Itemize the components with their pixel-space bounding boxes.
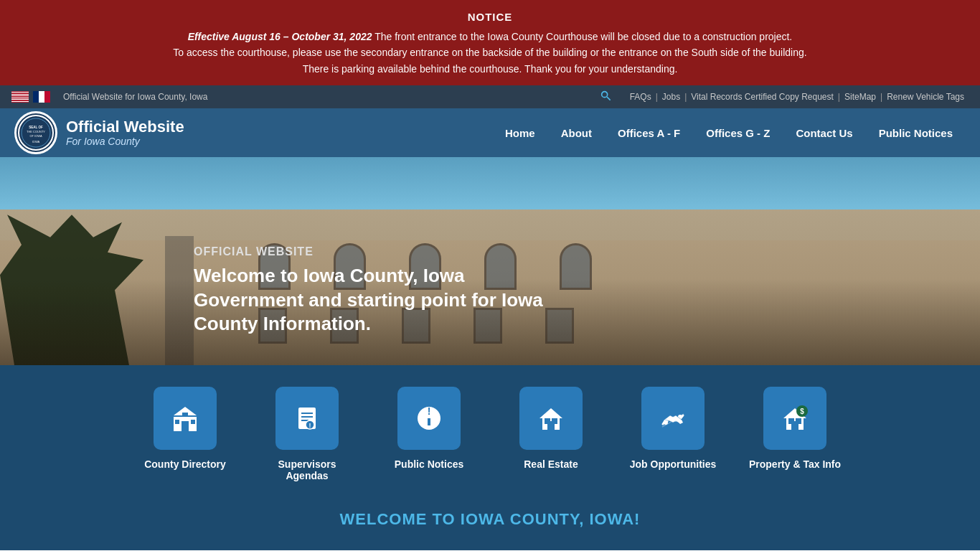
- main-nav: SEAL OF THE COUNTY OF IOWA IOWA Official…: [0, 108, 980, 157]
- quick-link-real-estate[interactable]: Real Estate: [504, 387, 598, 470]
- search-icon[interactable]: [600, 90, 611, 104]
- jobs-label: Job Opportunities: [630, 458, 717, 470]
- svg-text:SEAL OF: SEAL OF: [29, 126, 43, 129]
- svg-rect-32: [788, 418, 794, 424]
- property-tax-icon: $: [763, 387, 826, 450]
- logo-main: Official Website: [66, 118, 184, 136]
- vital-records-link[interactable]: Vital Records Certified Copy Request: [687, 92, 838, 102]
- notice-banner: NOTICE Effective August 16 – October 31,…: [0, 0, 980, 85]
- iowa-flag-icon: [33, 91, 50, 103]
- notice-line3: There is parking available behind the co…: [43, 61, 937, 77]
- svg-rect-11: [175, 420, 179, 424]
- svg-point-0: [601, 92, 607, 98]
- quick-link-property-tax[interactable]: $ Property & Tax Info: [748, 387, 842, 470]
- svg-rect-26: [552, 418, 557, 424]
- nav-about[interactable]: About: [548, 111, 605, 155]
- svg-text:OF IOWA: OF IOWA: [29, 134, 42, 138]
- svg-rect-12: [191, 420, 195, 424]
- property-tax-label: Property & Tax Info: [749, 458, 841, 470]
- notice-line1: Effective August 16 – October 31, 2022 T…: [43, 29, 937, 44]
- nav-home[interactable]: Home: [492, 111, 548, 155]
- logo-sub: For Iowa County: [66, 136, 184, 147]
- svg-rect-25: [545, 418, 550, 424]
- quick-links-section: County Directory ! Supervisors Agendas !…: [0, 365, 980, 496]
- us-flag-icon: [11, 91, 29, 103]
- renew-vehicle-link[interactable]: Renew Vehicle Tags: [882, 92, 969, 102]
- notice-date: Effective August 16 – October 31, 2022: [188, 31, 372, 42]
- quick-link-public-notices[interactable]: ! Public Notices: [382, 387, 476, 470]
- flag-icons: [11, 91, 50, 103]
- public-notices-icon: !: [397, 387, 461, 450]
- real-estate-icon: [519, 387, 583, 450]
- quick-link-jobs[interactable]: Job Opportunities: [626, 387, 720, 470]
- supervisors-icon: !: [275, 387, 339, 450]
- svg-rect-13: [182, 413, 188, 417]
- logo-text: Official Website For Iowa County: [66, 118, 184, 147]
- utility-links: FAQs | Jobs | Vital Records Certified Co…: [626, 92, 969, 102]
- nav-public-notices[interactable]: Public Notices: [866, 111, 966, 155]
- jobs-icon: [641, 387, 705, 450]
- svg-line-1: [607, 97, 611, 100]
- svg-text:$: $: [800, 408, 804, 415]
- hero-content: OFFICIAL WEBSITE Welcome to Iowa County,…: [194, 245, 552, 336]
- svg-rect-10: [182, 421, 189, 431]
- public-notices-label: Public Notices: [395, 458, 463, 470]
- notice-line2: To access the courthouse, please use the…: [43, 44, 937, 60]
- svg-rect-15: [301, 413, 313, 414]
- county-directory-label: County Directory: [144, 458, 226, 470]
- hero-subtitle: OFFICIAL WEBSITE: [194, 245, 552, 258]
- svg-text:!: !: [309, 422, 311, 429]
- logo-seal: SEAL OF THE COUNTY OF IOWA IOWA: [14, 111, 57, 154]
- hero-title: Welcome to Iowa County, Iowa Government …: [194, 264, 552, 336]
- hero-section: OFFICIAL WEBSITE Welcome to Iowa County,…: [0, 157, 980, 365]
- svg-rect-22: [428, 418, 430, 425]
- svg-rect-16: [301, 416, 313, 418]
- svg-text:THE COUNTY: THE COUNTY: [27, 130, 45, 133]
- supervisors-label: Supervisors Agendas: [260, 458, 354, 481]
- quick-link-supervisors[interactable]: ! Supervisors Agendas: [260, 387, 354, 481]
- nav-contact[interactable]: Contact Us: [783, 111, 865, 155]
- jobs-link[interactable]: Jobs: [658, 92, 684, 102]
- nav-offices-af[interactable]: Offices A - F: [605, 111, 693, 155]
- county-directory-icon: [154, 387, 217, 450]
- logo-link[interactable]: SEAL OF THE COUNTY OF IOWA IOWA Official…: [14, 111, 184, 154]
- welcome-title: WELCOME TO IOWA COUNTY, IOWA!: [43, 510, 937, 529]
- svg-text:!: !: [428, 405, 431, 417]
- nav-offices-gz[interactable]: Offices G - Z: [693, 111, 783, 155]
- utility-bar: Official Website for Iowa County, Iowa F…: [0, 85, 980, 108]
- welcome-section: WELCOME TO IOWA COUNTY, IOWA!: [0, 496, 980, 550]
- notice-title: NOTICE: [43, 9, 937, 26]
- notice-line1-rest: The front entrance to the Iowa County Co…: [372, 31, 793, 42]
- real-estate-label: Real Estate: [524, 458, 578, 470]
- nav-links: Home About Offices A - F Offices G - Z C…: [492, 111, 966, 155]
- svg-text:IOWA: IOWA: [32, 140, 40, 143]
- faqs-link[interactable]: FAQs: [626, 92, 656, 102]
- quick-link-county-directory[interactable]: County Directory: [138, 387, 232, 470]
- sitemap-link[interactable]: SiteMap: [840, 92, 880, 102]
- svg-rect-33: [796, 418, 801, 424]
- site-name: Official Website for Iowa County, Iowa: [63, 92, 593, 102]
